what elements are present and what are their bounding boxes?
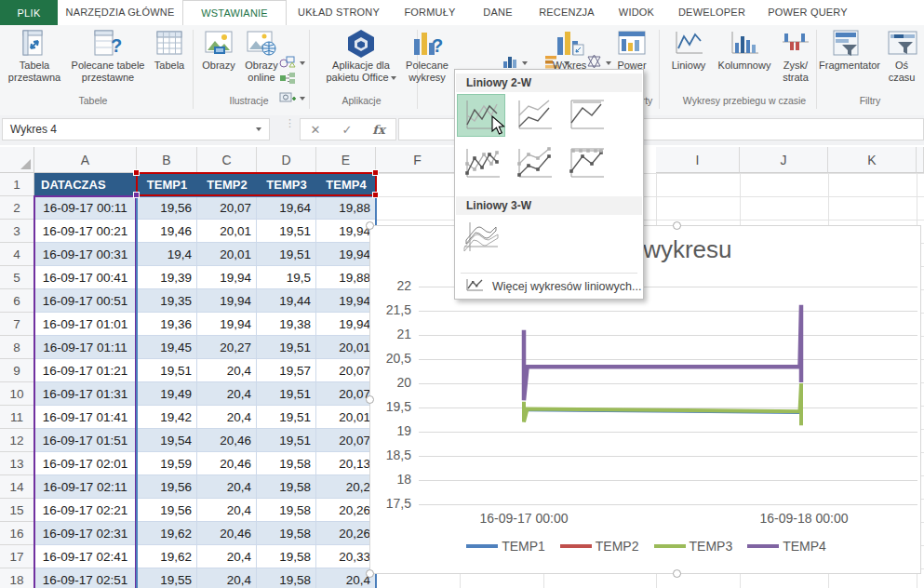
column-header-partial[interactable] [917,147,924,173]
date-cell[interactable]: 16-09-17 01:01 [34,313,137,336]
shapes-button[interactable] [279,55,305,72]
date-cell[interactable]: 16-09-17 02:01 [34,452,137,475]
row-header-3[interactable]: 3 [0,220,34,243]
value-cell[interactable]: 19,56 [137,196,197,220]
name-box[interactable]: Wykres 4 [2,118,270,140]
tab-power-query[interactable]: POWER QUERY [757,0,858,24]
date-cell[interactable]: 16-09-17 02:31 [34,522,137,545]
value-cell[interactable]: 19,36 [137,313,197,336]
value-cell[interactable]: 20,13 [316,452,376,475]
enter-icon[interactable]: ✓ [333,118,361,140]
3d-line-chart-icon[interactable] [457,217,505,260]
value-cell[interactable]: 19,55 [137,568,197,588]
tab-plik[interactable]: PLIK [0,0,58,25]
tab-widok[interactable]: WIDOK [607,0,666,24]
column-header-J[interactable]: J [740,147,828,173]
value-cell[interactable]: 19,94 [316,313,376,336]
tab-dane[interactable]: DANE [469,0,527,24]
chart-handle-top-center[interactable] [673,221,681,230]
row-header-18[interactable]: 18 [0,568,34,588]
row-header-9[interactable]: 9 [0,359,34,382]
chart-handle-bottom-center[interactable] [673,569,681,578]
value-cell[interactable]: 20,27 [197,336,257,359]
date-cell[interactable]: 16-09-17 02:51 [34,568,137,588]
value-cell[interactable]: 19,94 [197,313,257,336]
value-cell[interactable]: 19,64 [257,196,316,220]
date-cell[interactable]: 16-09-17 00:41 [34,266,137,289]
value-cell[interactable]: 19,58 [257,475,316,499]
timeline-button[interactable]: Ośczasu [879,28,924,84]
date-cell[interactable]: 16-09-17 01:21 [34,359,137,382]
100-stacked-line-chart-icon[interactable] [561,94,609,137]
sparkline-line-button[interactable]: Liniowy [664,28,713,72]
embedded-chart[interactable]: Tytuł wykresu 2221,52120,52019,51918,518… [369,225,921,574]
row-header-6[interactable]: 6 [0,289,34,313]
column-header-F[interactable]: F [376,147,460,173]
row-header-7[interactable]: 7 [0,313,34,336]
value-cell[interactable]: 19,58 [257,522,316,545]
value-cell[interactable]: 19,42 [137,406,197,429]
recommended-pivot-tables-button[interactable]: ? Polecane tabeleprzestawne [65,28,151,84]
tab-narzedzia-glowne[interactable]: NARZĘDZIA GŁÓWNE [58,0,182,24]
tab-deweloper[interactable]: DEWELOPER [666,0,757,24]
chart-handle-top-left[interactable] [366,221,374,230]
value-cell[interactable]: 20,01 [316,406,376,429]
date-cell[interactable]: 16-09-17 00:31 [34,243,137,266]
stacked-line-markers-chart-icon[interactable] [509,142,557,185]
cancel-icon[interactable]: ✕ [301,118,329,140]
pivot-table-button[interactable]: Tabelaprzestawna [7,28,61,84]
column-header-B[interactable]: B [137,147,197,173]
value-cell[interactable]: 19,88 [316,266,376,289]
value-cell[interactable]: 20,2 [316,475,376,499]
value-cell[interactable]: 19,62 [137,545,197,568]
value-cell[interactable]: 19,94 [197,289,257,313]
value-cell[interactable]: 20,4 [197,359,257,382]
value-cell[interactable]: 19,39 [137,266,197,289]
chart-legend[interactable]: TEMP1TEMP2TEMP3TEMP4 [370,539,922,554]
value-cell[interactable]: 19,56 [137,499,197,522]
value-cell[interactable]: 20,01 [197,220,257,243]
value-cell[interactable]: 19,58 [257,452,316,475]
power-view-button[interactable]: Power [610,28,653,72]
value-cell[interactable]: 19,57 [257,359,316,382]
value-cell[interactable]: 19,58 [257,545,316,568]
pictures-button[interactable]: Obrazy [197,28,240,72]
legend-item-TEMP2[interactable]: TEMP2 [560,539,639,554]
value-cell[interactable]: 19,94 [197,266,257,289]
value-cell[interactable]: 20,46 [197,522,257,545]
value-cell[interactable]: 19,38 [257,313,316,336]
value-cell[interactable]: 20,4 [197,475,257,499]
row-header-1[interactable]: 1 [0,173,34,196]
row-header-4[interactable]: 4 [0,243,34,266]
sparkline-column-button[interactable]: Kolumnowy [713,28,776,72]
series-line-TEMP4[interactable] [524,305,801,400]
value-cell[interactable]: 20,4 [197,568,257,588]
row-header-15[interactable]: 15 [0,499,34,522]
value-cell[interactable]: 19,94 [316,289,376,313]
value-cell[interactable]: 19,62 [137,522,197,545]
value-cell[interactable]: 19,51 [257,336,316,359]
value-cell[interactable]: 19,58 [257,499,316,522]
value-cell[interactable]: 19,94 [316,243,376,266]
value-cell[interactable]: 19,51 [257,243,316,266]
value-cell[interactable]: 19,45 [137,336,197,359]
legend-item-TEMP3[interactable]: TEMP3 [654,539,733,554]
value-cell[interactable]: 19,51 [257,220,316,243]
value-cell[interactable]: 19,4 [137,243,197,266]
value-cell[interactable]: 20,07 [316,429,376,452]
insert-function-icon[interactable]: fx [365,118,393,140]
column-header-D[interactable]: D [257,147,316,173]
value-cell[interactable]: 19,88 [316,196,376,220]
row-header-14[interactable]: 14 [0,475,34,499]
slicer-button[interactable]: Fragmentator [819,28,873,72]
value-cell[interactable]: 19,56 [137,475,197,499]
value-cell[interactable]: 20,4 [197,382,257,406]
date-cell[interactable]: 16-09-17 01:31 [34,382,137,406]
select-all-corner[interactable] [0,147,34,173]
column-header-E[interactable]: E [316,147,376,173]
chart-handle-mid-left[interactable] [366,395,374,404]
formula-bar-splitter[interactable]: ⋮ [285,121,288,138]
recommended-charts-button[interactable]: ? Polecanewykresy [404,28,450,84]
tab-uklad-strony[interactable]: UKŁAD STRONY [287,0,391,24]
row-header-10[interactable]: 10 [0,382,34,406]
